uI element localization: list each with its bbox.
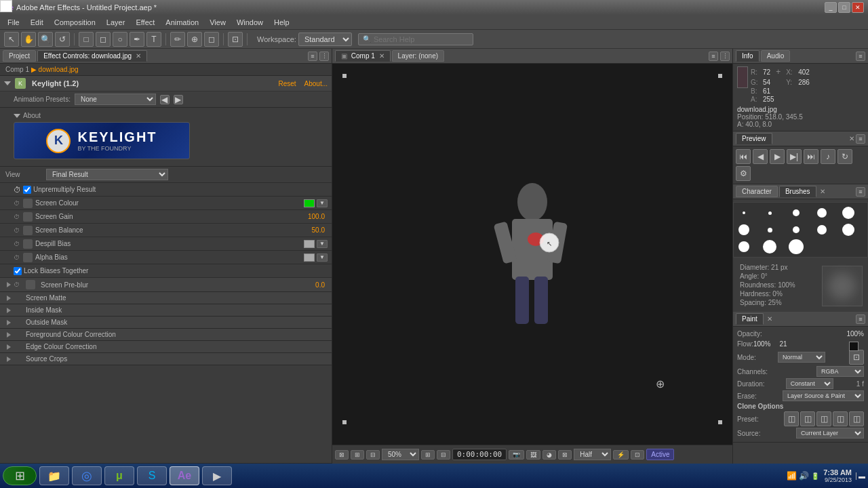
brush-13[interactable]	[789, 239, 804, 254]
bg-color-swatch[interactable]	[849, 342, 859, 351]
comp-color-correct[interactable]: ◕	[542, 450, 556, 460]
preset-btn-4[interactable]: ◫	[833, 411, 848, 426]
stopwatch-pre-blur[interactable]: ⏱	[14, 281, 23, 288]
show-desktop-btn[interactable]: ▬	[856, 472, 865, 480]
comp-safe-margins[interactable]: ⊞	[421, 450, 435, 460]
brush-9[interactable]	[814, 222, 829, 237]
taskbar-explorer[interactable]: 📁	[39, 466, 69, 485]
char-panel-menu[interactable]: ≡	[856, 187, 865, 197]
search-box[interactable]: 🔍	[358, 33, 473, 45]
tool-select[interactable]: ↖	[4, 32, 19, 47]
tab-comp1[interactable]: ▣ Comp 1 ✕	[335, 50, 391, 62]
breadcrumb-file[interactable]: download.jpg	[39, 66, 79, 73]
menu-file[interactable]: File	[3, 17, 24, 28]
screen-gain-value[interactable]: 100.0	[308, 213, 325, 220]
preset-btn-5[interactable]: ◫	[849, 411, 864, 426]
preview-last-frame[interactable]: ⏭	[804, 149, 818, 164]
section-screen-pre-blur[interactable]: ⏱ Screen Pre-blur 0.0	[0, 278, 332, 292]
close-button[interactable]: ✕	[852, 2, 864, 13]
comp-panel-menu[interactable]: ≡	[709, 52, 718, 61]
preset-btn-2[interactable]: ◫	[800, 411, 815, 426]
preview-audio[interactable]: ♪	[821, 149, 835, 164]
brush-12[interactable]	[762, 239, 777, 254]
stopwatch-screen-gain[interactable]: ⏱	[14, 214, 23, 220]
despill-swatch[interactable]	[304, 240, 315, 248]
section-inside-mask[interactable]: Inside Mask	[0, 304, 332, 317]
brush-6[interactable]	[736, 222, 751, 237]
taskbar-skype[interactable]: S	[137, 466, 167, 485]
taskbar-preview[interactable]: ▶	[202, 466, 232, 485]
preset-btn-3[interactable]: ◫	[816, 411, 831, 426]
clone-stamp-btn[interactable]: ⊡	[849, 350, 864, 365]
brush-10[interactable]	[841, 222, 856, 237]
tab-paint[interactable]: Paint	[736, 313, 764, 325]
tool-clone[interactable]: ⊕	[187, 32, 202, 47]
tool-rotate[interactable]: ↺	[55, 32, 70, 47]
menu-effect[interactable]: Effect	[131, 17, 159, 28]
screen-colour-expand[interactable]: ▼	[317, 199, 328, 207]
screen-balance-value[interactable]: 50.0	[312, 226, 325, 234]
menu-window[interactable]: Window	[232, 17, 268, 28]
preview-play[interactable]: ▶	[770, 149, 785, 164]
menu-edit[interactable]: Edit	[26, 17, 48, 28]
tool-hand[interactable]: ✋	[21, 32, 36, 47]
tab-preview[interactable]: Preview	[736, 133, 772, 144]
section-screen-matte[interactable]: Screen Matte	[0, 292, 332, 304]
stopwatch-despill[interactable]: ⏱	[14, 241, 23, 247]
paint-panel-menu[interactable]: ≡	[856, 314, 865, 324]
tool-text[interactable]: T	[146, 32, 161, 47]
menu-help[interactable]: Help	[269, 17, 294, 28]
tool-brush[interactable]: ✏	[170, 32, 185, 47]
tab-project[interactable]: Project	[3, 50, 36, 62]
tool-shape-round[interactable]: ◻	[96, 32, 111, 47]
tool-puppet[interactable]: ⊡	[228, 32, 243, 47]
section-fg-colour-correction[interactable]: Foreground Colour Correction	[0, 329, 332, 341]
close-preview[interactable]: ✕	[849, 135, 854, 142]
inside-mask-arrow[interactable]	[7, 308, 11, 313]
keylight-expand-arrow[interactable]	[4, 81, 11, 85]
preview-panel-menu[interactable]: ≡	[856, 134, 865, 144]
menu-composition[interactable]: Composition	[50, 17, 100, 28]
tool-pen[interactable]: ✒	[130, 32, 144, 47]
menu-layer[interactable]: Layer	[102, 17, 130, 28]
anim-presets-select[interactable]: None	[75, 94, 156, 105]
section-outside-mask[interactable]: Outside Mask	[0, 317, 332, 329]
anim-presets-prev[interactable]: ◀	[160, 95, 170, 104]
zoom-selector[interactable]: 50% 100% 25%	[382, 449, 419, 460]
comp-fast-preview[interactable]: ⚡	[613, 450, 629, 460]
workspace-selector[interactable]: Standard All Panels Animation Minimal	[298, 33, 352, 46]
maximize-button[interactable]: □	[838, 2, 850, 13]
close-paint-panel[interactable]: ✕	[767, 315, 772, 323]
comp-transparency[interactable]: ⊠	[558, 450, 572, 460]
stopwatch-alpha[interactable]: ⏱	[14, 254, 23, 261]
edge-colour-arrow[interactable]	[7, 344, 11, 350]
tab-character[interactable]: Character	[736, 186, 778, 197]
comp-zoom-fit[interactable]: ⊞	[351, 450, 364, 460]
screen-pre-blur-arrow[interactable]	[7, 282, 11, 287]
comp-panel-drag[interactable]: ⋮	[720, 52, 730, 61]
preview-loop[interactable]: ↻	[837, 149, 852, 164]
source-select[interactable]: Current Layer	[796, 428, 864, 439]
despill-expand[interactable]: ▼	[317, 240, 328, 248]
comp-play-stop[interactable]: ⊠	[335, 450, 349, 460]
view-select[interactable]: Final Result Screen Matte Status Interme…	[46, 169, 168, 180]
tab-info[interactable]: Info	[736, 50, 760, 62]
brush-11[interactable]	[736, 239, 751, 254]
menu-view[interactable]: View	[205, 17, 231, 28]
about-button[interactable]: About...	[304, 80, 328, 87]
taskbar-utorrent[interactable]: μ	[104, 466, 134, 485]
brush-2[interactable]	[762, 205, 777, 220]
comp-timeline[interactable]: ⊡	[631, 450, 644, 460]
preview-next-frame[interactable]: ▶|	[787, 149, 802, 164]
duration-select[interactable]: Constant	[786, 378, 833, 389]
stopwatch-screen-balance[interactable]: ⏱	[14, 227, 23, 234]
alpha-swatch[interactable]	[304, 253, 315, 262]
tool-shape-ellipse[interactable]: ○	[113, 32, 127, 47]
outside-mask-arrow[interactable]	[7, 320, 11, 325]
screen-pre-blur-value[interactable]: 0.0	[315, 281, 325, 289]
stopwatch-screen-colour[interactable]: ⏱	[14, 200, 23, 207]
anim-presets-next[interactable]: ▶	[174, 95, 183, 104]
fg-colour-arrow[interactable]	[7, 332, 11, 338]
section-edge-colour-correction[interactable]: Edge Colour Correction	[0, 341, 332, 353]
preview-first-frame[interactable]: ⏮	[736, 149, 751, 164]
